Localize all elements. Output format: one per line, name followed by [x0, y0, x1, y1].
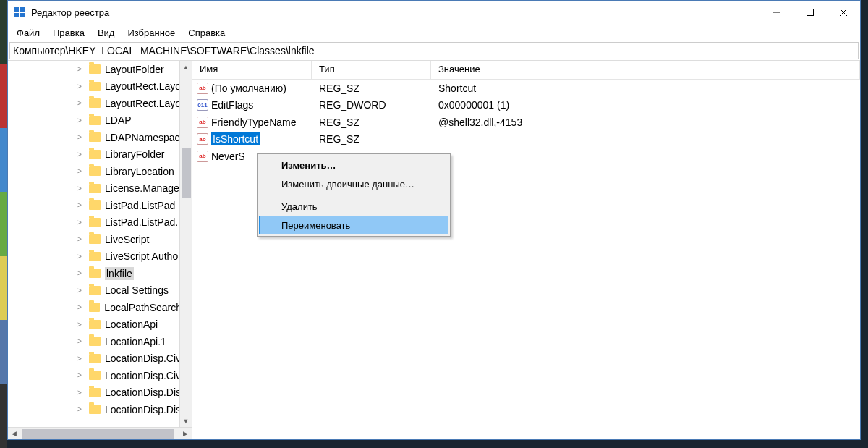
address-path: Компьютер\HKEY_LOCAL_MACHINE\SOFTWARE\Cl… — [13, 45, 315, 56]
value-name: IsShortcut — [211, 132, 260, 145]
tree-item[interactable]: >LibraryFolder — [8, 146, 192, 164]
value-icon: ab — [197, 117, 208, 128]
values-header: Имя Тип Значение — [192, 61, 860, 80]
value-icon: ab — [197, 151, 208, 162]
chevron-right-icon[interactable]: > — [77, 185, 82, 193]
chevron-right-icon[interactable]: > — [77, 219, 82, 227]
tree-item[interactable]: >LDAPNamespace — [8, 129, 192, 146]
ctx-separator — [281, 195, 448, 195]
tree-item[interactable]: >ListPad.ListPad — [8, 197, 192, 214]
tree-item[interactable]: >LocalPathSearchPr — [8, 299, 192, 316]
chevron-right-icon[interactable]: > — [77, 337, 82, 345]
tree-item[interactable]: >LibraryLocation — [8, 163, 192, 180]
app-icon — [14, 7, 25, 18]
scroll-up-icon[interactable]: ▲ — [180, 61, 192, 73]
chevron-right-icon[interactable]: > — [77, 117, 82, 124]
column-value[interactable]: Значение — [431, 61, 860, 79]
chevron-right-icon[interactable]: > — [77, 253, 82, 261]
tree-item[interactable]: >LocationDisp.Civic — [8, 350, 192, 368]
chevron-right-icon[interactable]: > — [77, 389, 82, 397]
tree-item[interactable]: >lnkfile — [8, 265, 192, 282]
value-row[interactable]: ab(По умолчанию)REG_SZShortcut — [192, 80, 860, 97]
menu-edit[interactable]: Правка — [47, 26, 90, 40]
tree-item[interactable]: >LayoutRect.Layout — [8, 78, 192, 96]
vscroll-thumb[interactable] — [182, 148, 191, 198]
ctx-delete[interactable]: Удалить — [259, 197, 448, 216]
chevron-right-icon[interactable]: > — [77, 355, 82, 363]
tree-item[interactable]: >LDAP — [8, 112, 192, 130]
scroll-left-icon[interactable]: ◀ — [8, 430, 20, 437]
tree-item[interactable]: >LayoutRect.Layout — [8, 95, 192, 112]
tree-item[interactable]: >LocationDisp.Disp — [8, 384, 192, 402]
tree-item[interactable]: >License.Manager.1 — [8, 180, 192, 198]
maximize-button[interactable] — [793, 1, 827, 24]
column-name[interactable]: Имя — [192, 61, 312, 79]
chevron-right-icon[interactable]: > — [77, 65, 82, 73]
chevron-right-icon[interactable]: > — [77, 405, 82, 413]
tree-item[interactable]: >LocationDisp.Civic — [8, 367, 192, 384]
tree-vscrollbar[interactable]: ▲ ▼ — [179, 61, 192, 427]
value-icon: ab — [197, 133, 208, 145]
tree-item[interactable]: >LocationDisp.Disp — [8, 401, 192, 418]
tree-item-label: Local Settings — [105, 284, 169, 296]
tree-item[interactable]: >Local Settings — [8, 282, 192, 300]
tree-item-label: LibraryFolder — [105, 148, 164, 160]
chevron-right-icon[interactable]: > — [77, 83, 82, 90]
address-bar[interactable]: Компьютер\HKEY_LOCAL_MACHINE\SOFTWARE\Cl… — [9, 42, 859, 59]
column-type[interactable]: Тип — [312, 61, 431, 79]
svg-rect-0 — [14, 7, 19, 12]
tree-item-label: LocationApi.1 — [105, 336, 166, 347]
minimize-button[interactable] — [760, 1, 793, 24]
tree-item[interactable]: >ListPad.ListPad.1 — [8, 214, 192, 232]
ctx-modify-binary[interactable]: Изменить двоичные данные… — [259, 174, 448, 193]
value-type: REG_SZ — [312, 133, 431, 145]
close-button[interactable] — [827, 1, 860, 24]
tree-item-label: LocationDisp.Civic — [105, 370, 188, 381]
tree-item[interactable]: >LocationApi.1 — [8, 333, 192, 350]
folder-icon — [89, 166, 101, 176]
window-title: Редактор реестра — [31, 7, 760, 18]
folder-icon — [89, 388, 101, 397]
hscroll-thumb[interactable] — [22, 429, 174, 439]
scroll-right-icon[interactable]: ▶ — [179, 430, 192, 437]
chevron-right-icon[interactable]: > — [77, 201, 82, 209]
scroll-down-icon[interactable]: ▼ — [180, 415, 192, 427]
tree-pane: >LayoutFolder>LayoutRect.Layout>LayoutRe… — [8, 61, 192, 439]
value-row[interactable]: abIsShortcutREG_SZ — [192, 131, 860, 148]
chevron-right-icon[interactable]: > — [77, 303, 82, 311]
ctx-rename[interactable]: Переименовать — [259, 216, 448, 234]
folder-icon — [89, 405, 101, 414]
tree-item[interactable]: >LayoutFolder — [8, 61, 192, 78]
chevron-right-icon[interactable]: > — [77, 151, 82, 159]
chevron-right-icon[interactable]: > — [77, 321, 82, 329]
value-row[interactable]: abFriendlyTypeNameREG_SZ@shell32.dll,-41… — [192, 114, 860, 131]
menu-help[interactable]: Справка — [182, 26, 231, 40]
tree-item-label: ListPad.ListPad — [105, 200, 175, 211]
chevron-right-icon[interactable]: > — [77, 235, 82, 243]
titlebar[interactable]: Редактор реестра — [8, 1, 860, 24]
close-icon — [840, 9, 847, 16]
value-data: 0x00000001 (1) — [431, 99, 860, 111]
tree-item[interactable]: >LocationApi — [8, 316, 192, 334]
chevron-right-icon[interactable]: > — [77, 287, 82, 295]
tree-item-label: LiveScript — [105, 234, 149, 245]
tree-item[interactable]: >LiveScript Author — [8, 248, 192, 266]
menubar: Файл Правка Вид Избранное Справка — [8, 24, 860, 41]
value-row[interactable]: 011EditFlagsREG_DWORD0x00000001 (1) — [192, 97, 860, 114]
chevron-right-icon[interactable]: > — [77, 99, 82, 107]
chevron-right-icon[interactable]: > — [77, 371, 82, 379]
chevron-right-icon[interactable]: > — [77, 133, 82, 141]
tree-item-label: LiveScript Author — [105, 250, 182, 262]
tree-hscrollbar[interactable]: ◀ ▶ — [8, 427, 192, 439]
folder-icon — [89, 337, 101, 346]
values-pane: Имя Тип Значение ab(По умолчанию)REG_SZS… — [192, 61, 860, 439]
chevron-right-icon[interactable]: > — [77, 167, 82, 175]
context-menu: Изменить… Изменить двоичные данные… Удал… — [257, 153, 451, 237]
tree-item[interactable]: >LiveScript — [8, 231, 192, 248]
menu-favorites[interactable]: Избранное — [122, 26, 181, 40]
ctx-modify[interactable]: Изменить… — [259, 156, 448, 174]
menu-file[interactable]: Файл — [11, 26, 46, 40]
desktop-strip — [0, 0, 7, 448]
chevron-right-icon[interactable]: > — [77, 269, 82, 277]
menu-view[interactable]: Вид — [92, 26, 121, 40]
